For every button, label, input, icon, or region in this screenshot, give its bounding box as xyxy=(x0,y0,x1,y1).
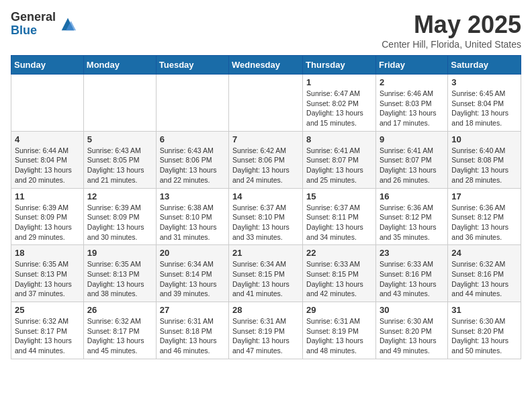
day-number: 25 xyxy=(15,305,80,315)
day-number: 26 xyxy=(87,305,152,315)
day-number: 1 xyxy=(306,77,372,87)
day-number: 13 xyxy=(160,191,225,201)
calendar-cell xyxy=(229,75,303,132)
day-number: 30 xyxy=(380,305,444,315)
day-info: Sunrise: 6:31 AM Sunset: 8:18 PM Dayligh… xyxy=(160,316,225,356)
day-number: 11 xyxy=(15,191,80,201)
logo-icon xyxy=(58,15,77,34)
calendar-cell: 29Sunrise: 6:31 AM Sunset: 8:19 PM Dayli… xyxy=(303,302,376,359)
calendar-cell: 6Sunrise: 6:43 AM Sunset: 8:06 PM Daylig… xyxy=(156,131,228,188)
calendar-body: 1Sunrise: 6:47 AM Sunset: 8:02 PM Daylig… xyxy=(11,75,521,359)
calendar-cell: 9Sunrise: 6:41 AM Sunset: 8:07 PM Daylig… xyxy=(375,131,447,188)
day-number: 20 xyxy=(160,248,225,258)
day-number: 24 xyxy=(451,248,517,258)
day-number: 29 xyxy=(306,305,372,315)
day-info: Sunrise: 6:31 AM Sunset: 8:19 PM Dayligh… xyxy=(232,316,299,356)
day-number: 12 xyxy=(87,191,152,201)
logo: General Blue xyxy=(11,11,77,38)
day-info: Sunrise: 6:36 AM Sunset: 8:12 PM Dayligh… xyxy=(380,203,444,242)
calendar-cell: 30Sunrise: 6:30 AM Sunset: 8:20 PM Dayli… xyxy=(375,302,447,359)
calendar-cell: 13Sunrise: 6:38 AM Sunset: 8:10 PM Dayli… xyxy=(156,188,228,245)
day-info: Sunrise: 6:34 AM Sunset: 8:14 PM Dayligh… xyxy=(160,259,225,299)
day-number: 21 xyxy=(232,248,299,258)
day-info: Sunrise: 6:37 AM Sunset: 8:10 PM Dayligh… xyxy=(232,203,299,242)
header-row: SundayMondayTuesdayWednesdayThursdayFrid… xyxy=(11,56,521,75)
day-number: 4 xyxy=(15,134,80,144)
calendar-cell: 19Sunrise: 6:35 AM Sunset: 8:13 PM Dayli… xyxy=(83,245,156,302)
calendar-cell: 23Sunrise: 6:33 AM Sunset: 8:16 PM Dayli… xyxy=(375,245,447,302)
day-info: Sunrise: 6:38 AM Sunset: 8:10 PM Dayligh… xyxy=(160,203,225,242)
location-title: Center Hill, Florida, United States xyxy=(382,39,521,50)
day-info: Sunrise: 6:31 AM Sunset: 8:19 PM Dayligh… xyxy=(306,316,372,356)
day-info: Sunrise: 6:41 AM Sunset: 8:07 PM Dayligh… xyxy=(306,146,372,185)
day-number: 2 xyxy=(380,77,444,87)
day-number: 22 xyxy=(306,248,372,258)
calendar-week-row: 11Sunrise: 6:39 AM Sunset: 8:09 PM Dayli… xyxy=(11,188,521,245)
calendar-cell: 21Sunrise: 6:34 AM Sunset: 8:15 PM Dayli… xyxy=(229,245,303,302)
day-number: 14 xyxy=(232,191,299,201)
day-number: 23 xyxy=(380,248,444,258)
calendar-cell: 22Sunrise: 6:33 AM Sunset: 8:15 PM Dayli… xyxy=(303,245,376,302)
day-number: 31 xyxy=(451,305,517,315)
calendar-cell: 27Sunrise: 6:31 AM Sunset: 8:18 PM Dayli… xyxy=(156,302,228,359)
calendar-header: SundayMondayTuesdayWednesdayThursdayFrid… xyxy=(11,56,521,75)
calendar-cell: 12Sunrise: 6:39 AM Sunset: 8:09 PM Dayli… xyxy=(83,188,156,245)
day-header: Monday xyxy=(83,56,156,75)
day-info: Sunrise: 6:32 AM Sunset: 8:17 PM Dayligh… xyxy=(87,316,152,356)
day-number: 9 xyxy=(380,134,444,144)
calendar-cell xyxy=(83,75,156,132)
day-info: Sunrise: 6:43 AM Sunset: 8:05 PM Dayligh… xyxy=(87,146,152,185)
calendar-week-row: 25Sunrise: 6:32 AM Sunset: 8:17 PM Dayli… xyxy=(11,302,521,359)
day-number: 7 xyxy=(232,134,299,144)
calendar-cell: 2Sunrise: 6:46 AM Sunset: 8:03 PM Daylig… xyxy=(375,75,447,132)
day-info: Sunrise: 6:35 AM Sunset: 8:13 PM Dayligh… xyxy=(87,259,152,299)
calendar-cell: 16Sunrise: 6:36 AM Sunset: 8:12 PM Dayli… xyxy=(375,188,447,245)
day-info: Sunrise: 6:45 AM Sunset: 8:04 PM Dayligh… xyxy=(451,89,517,128)
calendar-cell: 7Sunrise: 6:42 AM Sunset: 8:06 PM Daylig… xyxy=(229,131,303,188)
calendar-cell: 26Sunrise: 6:32 AM Sunset: 8:17 PM Dayli… xyxy=(83,302,156,359)
calendar: SundayMondayTuesdayWednesdayThursdayFrid… xyxy=(11,55,521,359)
day-info: Sunrise: 6:32 AM Sunset: 8:17 PM Dayligh… xyxy=(15,316,80,356)
calendar-cell: 11Sunrise: 6:39 AM Sunset: 8:09 PM Dayli… xyxy=(11,188,84,245)
calendar-week-row: 18Sunrise: 6:35 AM Sunset: 8:13 PM Dayli… xyxy=(11,245,521,302)
day-number: 15 xyxy=(306,191,372,201)
calendar-cell: 25Sunrise: 6:32 AM Sunset: 8:17 PM Dayli… xyxy=(11,302,84,359)
calendar-cell: 31Sunrise: 6:30 AM Sunset: 8:20 PM Dayli… xyxy=(448,302,521,359)
day-number: 27 xyxy=(160,305,225,315)
calendar-cell: 24Sunrise: 6:32 AM Sunset: 8:16 PM Dayli… xyxy=(448,245,521,302)
day-header: Saturday xyxy=(448,56,521,75)
calendar-week-row: 1Sunrise: 6:47 AM Sunset: 8:02 PM Daylig… xyxy=(11,75,521,132)
calendar-cell xyxy=(156,75,228,132)
calendar-cell: 4Sunrise: 6:44 AM Sunset: 8:04 PM Daylig… xyxy=(11,131,84,188)
calendar-cell: 17Sunrise: 6:36 AM Sunset: 8:12 PM Dayli… xyxy=(448,188,521,245)
calendar-week-row: 4Sunrise: 6:44 AM Sunset: 8:04 PM Daylig… xyxy=(11,131,521,188)
day-number: 10 xyxy=(451,134,517,144)
calendar-cell: 14Sunrise: 6:37 AM Sunset: 8:10 PM Dayli… xyxy=(229,188,303,245)
calendar-cell: 5Sunrise: 6:43 AM Sunset: 8:05 PM Daylig… xyxy=(83,131,156,188)
logo-general: General xyxy=(11,11,56,24)
day-info: Sunrise: 6:44 AM Sunset: 8:04 PM Dayligh… xyxy=(15,146,80,185)
day-number: 18 xyxy=(15,248,80,258)
day-info: Sunrise: 6:42 AM Sunset: 8:06 PM Dayligh… xyxy=(232,146,299,185)
day-number: 5 xyxy=(87,134,152,144)
calendar-cell: 18Sunrise: 6:35 AM Sunset: 8:13 PM Dayli… xyxy=(11,245,84,302)
day-info: Sunrise: 6:39 AM Sunset: 8:09 PM Dayligh… xyxy=(15,203,80,242)
calendar-cell: 10Sunrise: 6:40 AM Sunset: 8:08 PM Dayli… xyxy=(448,131,521,188)
day-info: Sunrise: 6:43 AM Sunset: 8:06 PM Dayligh… xyxy=(160,146,225,185)
day-header: Friday xyxy=(375,56,447,75)
day-info: Sunrise: 6:36 AM Sunset: 8:12 PM Dayligh… xyxy=(451,203,517,242)
day-info: Sunrise: 6:35 AM Sunset: 8:13 PM Dayligh… xyxy=(15,259,80,299)
day-info: Sunrise: 6:34 AM Sunset: 8:15 PM Dayligh… xyxy=(232,259,299,299)
day-info: Sunrise: 6:39 AM Sunset: 8:09 PM Dayligh… xyxy=(87,203,152,242)
day-info: Sunrise: 6:46 AM Sunset: 8:03 PM Dayligh… xyxy=(380,89,444,128)
calendar-cell: 20Sunrise: 6:34 AM Sunset: 8:14 PM Dayli… xyxy=(156,245,228,302)
calendar-cell: 28Sunrise: 6:31 AM Sunset: 8:19 PM Dayli… xyxy=(229,302,303,359)
day-info: Sunrise: 6:33 AM Sunset: 8:16 PM Dayligh… xyxy=(380,259,444,299)
calendar-cell: 3Sunrise: 6:45 AM Sunset: 8:04 PM Daylig… xyxy=(448,75,521,132)
calendar-cell: 1Sunrise: 6:47 AM Sunset: 8:02 PM Daylig… xyxy=(303,75,376,132)
day-info: Sunrise: 6:30 AM Sunset: 8:20 PM Dayligh… xyxy=(451,316,517,356)
month-title: May 2025 xyxy=(382,11,521,39)
day-info: Sunrise: 6:32 AM Sunset: 8:16 PM Dayligh… xyxy=(451,259,517,299)
day-number: 6 xyxy=(160,134,225,144)
day-header: Sunday xyxy=(11,56,84,75)
